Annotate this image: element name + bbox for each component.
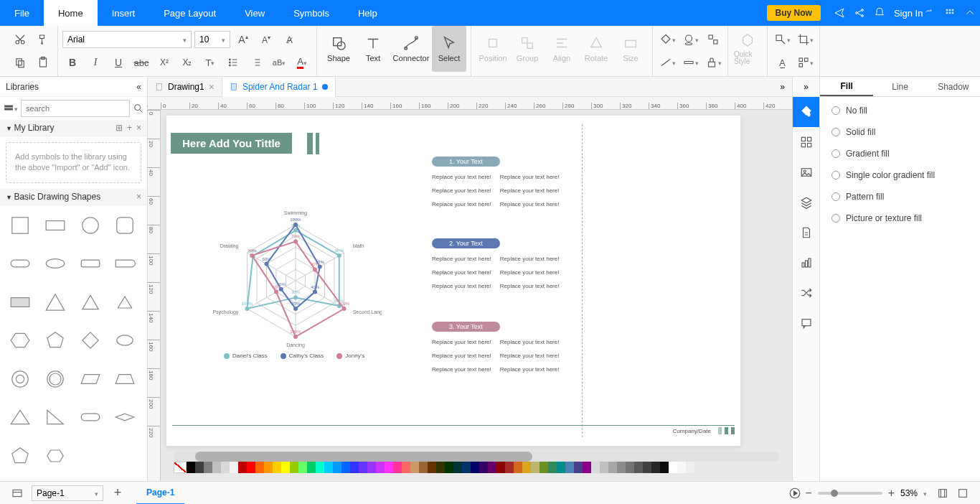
shape-hexagon[interactable] <box>6 326 34 355</box>
shape-ellipse2[interactable] <box>110 326 139 355</box>
color-swatch[interactable] <box>557 462 565 473</box>
subscript-button[interactable]: X₂ <box>177 52 197 73</box>
collapse-right-icon[interactable]: » <box>793 77 819 97</box>
section1-header[interactable]: 1. Your Text <box>432 157 500 167</box>
case-button[interactable]: aB <box>269 52 289 73</box>
shape-ellipse[interactable] <box>41 249 70 278</box>
clear-format-button[interactable]: A̷ <box>279 29 299 50</box>
text-cell[interactable]: Replace your text here! <box>500 187 560 194</box>
color-swatch[interactable] <box>686 462 694 473</box>
shape-triangle3[interactable] <box>110 288 139 317</box>
format-painter-button[interactable] <box>33 29 53 50</box>
text-cell[interactable]: Replace your text here! <box>432 256 491 262</box>
color-swatch[interactable] <box>651 462 660 473</box>
fill-option[interactable]: Single color gradient fill <box>831 170 969 180</box>
shape-rounded-rect[interactable] <box>6 249 34 278</box>
shape-circle[interactable] <box>76 211 105 240</box>
collapse-left-icon[interactable]: « <box>136 82 141 92</box>
text-cell[interactable]: Replace your text here! <box>432 174 491 180</box>
text-cell[interactable]: Replace your text here! <box>432 366 491 373</box>
text-cell[interactable]: Replace your text here! <box>500 339 560 345</box>
paste-button[interactable] <box>33 52 53 73</box>
layout-panel-icon[interactable] <box>793 127 820 157</box>
text-section-2[interactable]: 2. Your Text Replace your text here!Repl… <box>432 238 719 289</box>
color-swatch[interactable] <box>385 462 393 473</box>
color-swatch[interactable] <box>565 462 574 473</box>
bullets-button[interactable] <box>223 52 243 73</box>
zoom-slider[interactable] <box>818 492 882 495</box>
image-panel-icon[interactable] <box>793 157 820 187</box>
text-cell[interactable]: Replace your text here! <box>432 283 491 289</box>
color-swatch[interactable] <box>583 462 591 473</box>
shape-parallelogram[interactable] <box>76 365 105 393</box>
bell-icon[interactable] <box>870 0 890 26</box>
shape-rhombus[interactable] <box>110 403 139 431</box>
shadow-button[interactable] <box>680 29 700 50</box>
basic-shapes-section[interactable]: ▼ Basic Drawing Shapes × <box>0 189 147 205</box>
color-swatch[interactable] <box>402 462 410 473</box>
color-swatch[interactable] <box>393 462 402 473</box>
font-size-select[interactable]: 10 <box>194 31 230 48</box>
search-icon[interactable] <box>133 98 144 118</box>
shuffle-panel-icon[interactable] <box>793 278 820 308</box>
copy-button[interactable] <box>10 52 30 73</box>
color-swatch[interactable] <box>540 462 548 473</box>
shape-pentagon[interactable] <box>41 326 70 355</box>
bold-button[interactable]: B <box>62 52 83 73</box>
color-swatch[interactable] <box>359 462 367 473</box>
outline-view-button[interactable] <box>7 483 27 503</box>
color-swatch[interactable] <box>548 462 557 473</box>
underline-button[interactable]: U <box>108 52 128 73</box>
tab-shadow[interactable]: Shadow <box>927 77 980 96</box>
shape-right-triangle[interactable] <box>41 403 70 431</box>
fill-panel-icon[interactable] <box>793 97 820 127</box>
menu-file[interactable]: File <box>0 0 44 26</box>
numbering-button[interactable] <box>246 52 266 73</box>
share-icon[interactable] <box>849 0 870 26</box>
zoom-thumb[interactable] <box>831 490 838 497</box>
color-swatch[interactable] <box>281 462 290 473</box>
color-swatch[interactable] <box>436 462 445 473</box>
color-swatch[interactable] <box>471 462 479 473</box>
line-style-button[interactable] <box>657 52 677 73</box>
color-swatch[interactable] <box>255 462 264 473</box>
fill-option[interactable]: Picture or texture fill <box>831 213 969 223</box>
zoom-out-button[interactable]: − <box>805 487 811 500</box>
color-swatch[interactable] <box>350 462 359 473</box>
shape-donut[interactable] <box>6 365 34 393</box>
color-swatch[interactable] <box>367 462 376 473</box>
decrease-font-button[interactable]: A▾ <box>256 29 276 50</box>
line-color-button[interactable] <box>680 52 700 73</box>
color-swatch[interactable] <box>591 462 600 473</box>
color-swatch[interactable] <box>195 462 204 473</box>
color-swatch[interactable] <box>307 462 316 473</box>
text-cell[interactable]: Replace your text here! <box>500 174 560 180</box>
expand-panel[interactable]: » <box>773 77 792 97</box>
menu-home[interactable]: Home <box>44 0 98 26</box>
add-page-button[interactable]: + <box>108 483 128 503</box>
shape-triangle2[interactable] <box>76 288 105 317</box>
add-library-icon[interactable]: ⊞ <box>116 123 123 133</box>
color-swatch[interactable] <box>428 462 436 473</box>
lock-button[interactable] <box>703 52 723 73</box>
shape-square[interactable] <box>6 211 34 240</box>
shape-rect[interactable] <box>41 211 70 240</box>
color-swatch[interactable] <box>290 462 298 473</box>
color-swatch[interactable] <box>522 462 531 473</box>
footer-label[interactable]: Company/Date <box>673 428 711 434</box>
fit-page-button[interactable] <box>933 483 953 503</box>
shape-triangle[interactable] <box>41 288 70 317</box>
increase-font-button[interactable]: A▴ <box>233 29 253 50</box>
distribute-button[interactable] <box>795 52 815 73</box>
no-fill-swatch[interactable] <box>174 462 187 473</box>
text-tool[interactable]: Text <box>356 26 390 72</box>
close-shapes-icon[interactable]: × <box>136 192 141 202</box>
color-swatch[interactable] <box>410 462 419 473</box>
section2-header[interactable]: 2. Your Text <box>432 238 500 248</box>
cut-button[interactable] <box>10 29 30 50</box>
text-cell[interactable]: Replace your text here! <box>432 201 491 207</box>
text-cell[interactable]: Replace your text here! <box>432 269 491 276</box>
menu-insert[interactable]: Insert <box>98 0 150 26</box>
color-swatch[interactable] <box>531 462 540 473</box>
color-swatch[interactable] <box>212 462 221 473</box>
